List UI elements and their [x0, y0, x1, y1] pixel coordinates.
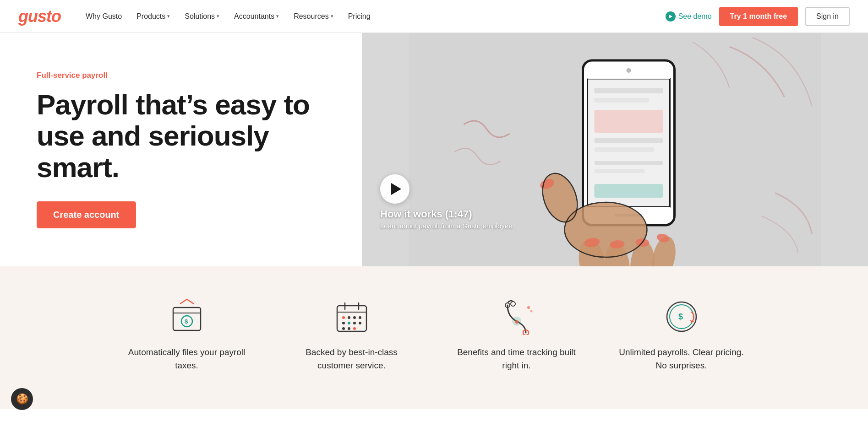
svg-rect-12 — [595, 161, 663, 165]
svg-rect-8 — [595, 98, 650, 103]
hero-title: Payroll that’s easy to use and seriously… — [37, 89, 334, 183]
payroll-tax-icon: $ — [169, 298, 205, 335]
video-overlay: How it works (1:47) Learn about payroll … — [380, 174, 514, 230]
hero-section: Full-service payroll Payroll that’s easy… — [0, 33, 868, 266]
svg-point-44 — [353, 327, 356, 330]
pricing-icon: $ — [663, 298, 700, 335]
accountants-chevron: ▾ — [276, 13, 279, 19]
feature-text-4: Unlimited payrolls. Clear pricing. No su… — [617, 346, 746, 372]
features-section: $ Automatically files your payroll taxes… — [0, 266, 868, 409]
hero-illustration — [362, 33, 868, 266]
demo-play-icon — [666, 11, 676, 22]
svg-rect-11 — [595, 147, 654, 152]
feature-text-1: Automatically files your payroll taxes. — [123, 346, 251, 372]
svg-rect-7 — [595, 88, 663, 93]
resources-chevron: ▾ — [331, 13, 333, 19]
svg-point-4 — [627, 68, 631, 73]
svg-point-35 — [348, 316, 350, 319]
svg-rect-9 — [595, 110, 663, 133]
video-caption: How it works (1:47) Learn about payroll … — [380, 208, 514, 230]
calendar-icon — [333, 298, 370, 335]
feature-pricing: $ Unlimited payrolls. Clear pricing. No … — [599, 298, 764, 372]
create-account-button[interactable]: Create account — [37, 201, 136, 228]
svg-rect-31 — [337, 306, 366, 331]
video-title: How it works (1:47) — [380, 208, 514, 220]
svg-point-38 — [342, 322, 345, 324]
video-subtitle: Learn about payroll from a Gusto employe… — [380, 222, 514, 230]
svg-point-50 — [530, 310, 532, 313]
feature-calendar: Backed by best-in-class customer service… — [269, 298, 434, 372]
svg-point-39 — [348, 322, 350, 324]
nav-accountants[interactable]: Accountants ▾ — [228, 9, 285, 24]
svg-text:$: $ — [185, 318, 188, 325]
logo[interactable]: gusto — [18, 7, 61, 26]
cookie-button[interactable]: 🍪 — [11, 388, 33, 409]
feature-payroll-tax: $ Automatically files your payroll taxes… — [104, 298, 269, 372]
nav-pricing[interactable]: Pricing — [342, 9, 377, 24]
svg-point-36 — [353, 316, 356, 319]
svg-rect-13 — [595, 169, 645, 173]
svg-point-34 — [342, 316, 345, 319]
feature-benefits: Benefits and time tracking built right i… — [434, 298, 599, 372]
nav-why-gusto[interactable]: Why Gusto — [79, 9, 128, 24]
nav-resources[interactable]: Resources ▾ — [287, 9, 339, 24]
hero-video-panel: How it works (1:47) Learn about payroll … — [362, 33, 868, 266]
svg-point-41 — [359, 322, 361, 324]
feature-text-2: Backed by best-in-class customer service… — [288, 346, 416, 372]
svg-point-42 — [342, 327, 345, 330]
nav-links: Why Gusto Products ▾ Solutions ▾ Account… — [79, 9, 666, 24]
nav-right: See demo Try 1 month free Sign in — [666, 7, 850, 26]
benefits-icon — [498, 298, 535, 335]
play-button[interactable] — [380, 174, 409, 204]
products-chevron: ▾ — [167, 13, 170, 19]
svg-text:$: $ — [678, 312, 683, 321]
nav-solutions[interactable]: Solutions ▾ — [178, 9, 226, 24]
hero-left: Full-service payroll Payroll that’s easy… — [0, 33, 362, 266]
svg-point-49 — [527, 306, 530, 309]
try-free-button[interactable]: Try 1 month free — [719, 7, 798, 26]
svg-rect-10 — [595, 138, 663, 143]
feature-text-3: Benefits and time tracking built right i… — [453, 346, 581, 372]
see-demo-link[interactable]: See demo — [666, 11, 712, 22]
svg-point-47 — [511, 302, 515, 306]
nav-products[interactable]: Products ▾ — [130, 9, 176, 24]
svg-point-37 — [359, 316, 361, 319]
hero-tag: Full-service payroll — [37, 71, 334, 80]
main-nav: gusto Why Gusto Products ▾ Solutions ▾ A… — [0, 0, 868, 33]
svg-point-40 — [353, 322, 356, 324]
solutions-chevron: ▾ — [217, 13, 219, 19]
svg-point-43 — [348, 327, 350, 330]
svg-rect-14 — [595, 184, 663, 198]
signin-button[interactable]: Sign in — [805, 7, 850, 26]
